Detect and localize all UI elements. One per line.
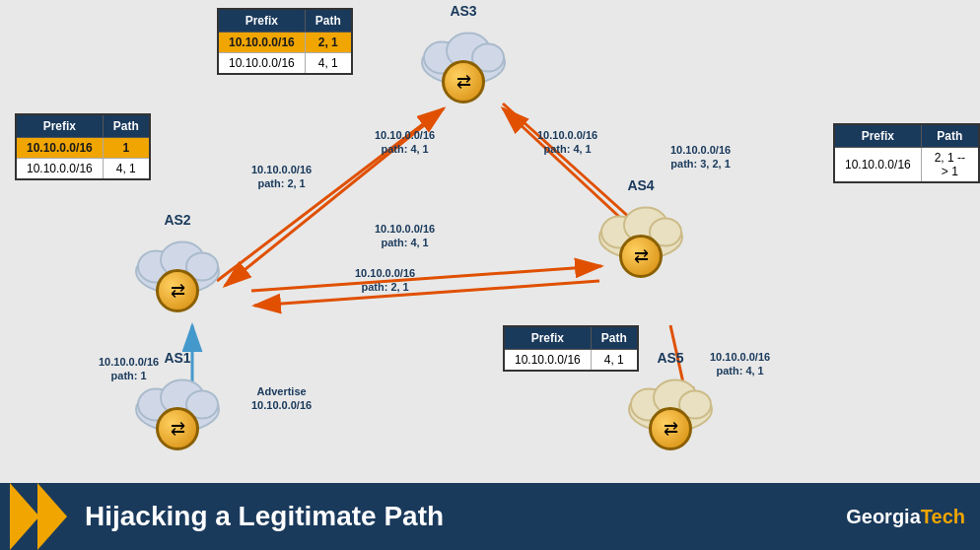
- table-as4-prefix-header: Prefix: [834, 124, 921, 148]
- label-as3-as2-path4: 10.10.0.0/16 path: 4, 1: [375, 128, 435, 157]
- as2-router: ⇄: [156, 269, 199, 312]
- gt-logo: Georgia Tech: [846, 506, 965, 528]
- gt-tech: Tech: [921, 506, 965, 528]
- chevron-1: [10, 483, 39, 550]
- table-as3-row2-prefix: 10.10.0.0/16: [218, 53, 305, 75]
- as2-label: AS2: [164, 212, 190, 228]
- as5-label: AS5: [657, 350, 683, 366]
- table-as3-row1-prefix: 10.10.0.0/16: [218, 33, 305, 53]
- label-advertise: Advertise 10.10.0.0/16: [251, 384, 312, 413]
- table-as4b-prefix-header: Prefix: [504, 326, 591, 350]
- table-as4b-path-header: Path: [591, 326, 638, 350]
- footer-chevrons: [10, 483, 65, 550]
- table-as3-path-header: Path: [305, 9, 352, 33]
- table-as2: Prefix Path 10.10.0.0/16 1 10.10.0.0/16 …: [15, 113, 151, 180]
- as2-node: AS2 ⇄: [128, 227, 227, 312]
- table-as2-row1-prefix: 10.10.0.0/16: [16, 138, 103, 159]
- table-as3-prefix-header: Prefix: [218, 9, 305, 33]
- main-diagram: Prefix Path 10.10.0.0/16 2, 1 10.10.0.0/…: [0, 0, 980, 483]
- table-as4-bottom: Prefix Path 10.10.0.0/16 4, 1: [503, 325, 639, 372]
- table-as2-row2-path: 4, 1: [103, 159, 150, 180]
- table-as2-row2-prefix: 10.10.0.0/16: [16, 159, 103, 180]
- as4-node: AS4 ⇄: [592, 192, 690, 278]
- label-as4-as5: 10.10.0.0/16 path: 4, 1: [710, 350, 770, 378]
- label-as1-as2: 10.10.0.0/16 path: 1: [99, 355, 159, 383]
- label-as4-as3: 10.10.0.0/16 path: 4, 1: [537, 128, 597, 157]
- as5-router: ⇄: [649, 407, 692, 450]
- as3-router: ⇄: [442, 60, 485, 103]
- as5-node: AS5 ⇄: [621, 365, 720, 450]
- gt-georgia: Georgia: [846, 506, 921, 528]
- table-as4b-row1-prefix: 10.10.0.0/16: [504, 350, 591, 372]
- as3-node: AS3 ⇄: [414, 18, 513, 103]
- table-as4: Prefix Path 10.10.0.0/16 2, 1 --> 1: [833, 123, 980, 183]
- as1-router: ⇄: [156, 407, 199, 450]
- table-as3-row2-path: 4, 1: [305, 53, 352, 75]
- table-as2-row1-path: 1: [103, 138, 150, 159]
- as4-label: AS4: [627, 177, 654, 193]
- as3-label: AS3: [450, 3, 476, 19]
- table-as4-row1-path: 2, 1 --> 1: [921, 148, 979, 183]
- table-as2-prefix-header: Prefix: [16, 114, 103, 138]
- table-as4-row1-prefix: 10.10.0.0/16: [834, 148, 921, 183]
- table-as2-path-header: Path: [103, 114, 150, 138]
- footer-title: Hijacking a Legitimate Path: [85, 501, 846, 532]
- svg-line-8: [251, 266, 601, 291]
- table-as3-row1-path: 2, 1: [305, 33, 352, 53]
- chevron-2: [37, 483, 67, 550]
- as1-label: AS1: [164, 350, 190, 366]
- footer: Hijacking a Legitimate Path Georgia Tech: [0, 483, 980, 550]
- svg-line-9: [254, 281, 599, 306]
- table-as3: Prefix Path 10.10.0.0/16 2, 1 10.10.0.0/…: [217, 8, 353, 75]
- as4-router: ⇄: [619, 235, 663, 278]
- table-as4-path-header: Path: [921, 124, 979, 148]
- label-as4-as2: 10.10.0.0/16 path: 4, 1: [375, 222, 435, 250]
- label-as2-as3: 10.10.0.0/16 path: 2, 1: [251, 163, 312, 191]
- label-as3-as4: 10.10.0.0/16 path: 3, 2, 1: [670, 143, 731, 172]
- label-as2-as4: 10.10.0.0/16 path: 2, 1: [355, 266, 415, 295]
